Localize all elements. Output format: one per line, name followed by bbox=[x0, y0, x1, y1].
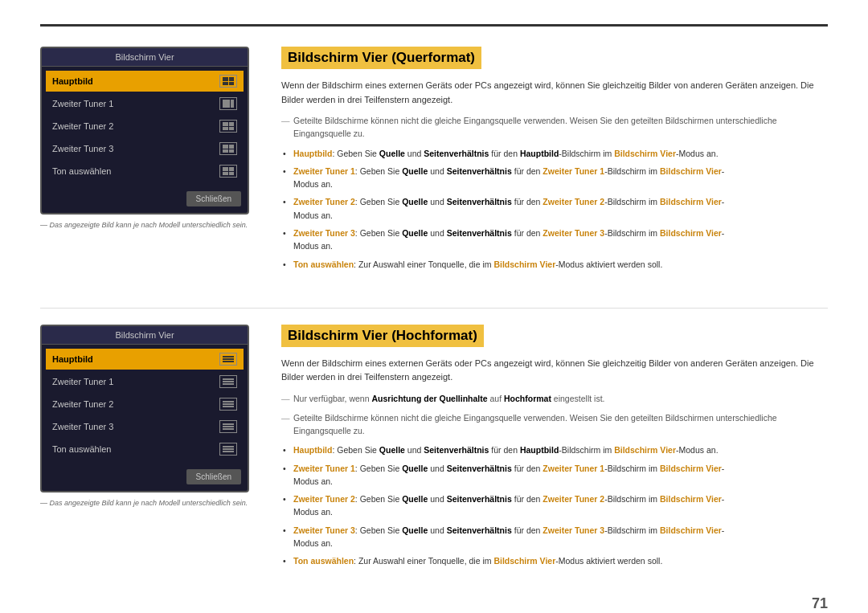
menu-label: Hauptbild bbox=[52, 354, 93, 364]
tv-menu-2: Hauptbild Zweiter Tuner 1 bbox=[42, 345, 248, 465]
term-zt1b: Zweiter Tuner 1 bbox=[542, 166, 604, 176]
note-bold-1: Ausrichtung der Quellinhalte bbox=[371, 394, 487, 403]
menu-label: Zweiter Tuner 2 bbox=[52, 399, 113, 409]
menu-item-tuner1-2[interactable]: Zweiter Tuner 1 bbox=[46, 371, 244, 392]
term-t2: Zweiter Tuner 2 bbox=[293, 197, 355, 206]
menu-icon-4 bbox=[219, 142, 237, 155]
bullet-item: Ton auswählen: Zur Auswahl einer Tonquel… bbox=[281, 258, 828, 271]
close-button-2[interactable]: Schließen bbox=[186, 469, 241, 484]
section1-bullets: Hauptbild: Geben Sie Quelle und Seitenve… bbox=[281, 147, 828, 271]
term-bsv3: Bildschirm Vier bbox=[660, 197, 722, 206]
menu-item-hauptbild-2[interactable]: Hauptbild bbox=[46, 349, 244, 370]
bullet-item: Zweiter Tuner 2: Geben Sie Quelle und Se… bbox=[281, 492, 828, 519]
term-hb2: Hauptbild bbox=[520, 149, 559, 158]
menu-icon-h5 bbox=[219, 443, 237, 456]
menu-label: Zweiter Tuner 2 bbox=[52, 121, 113, 131]
page-container: Bildschirm Vier Hauptbild Zweiter Tuner bbox=[0, 0, 868, 613]
s2-term-bv4: Bildschirm Vier bbox=[660, 525, 722, 535]
section2-bullets: Hauptbild: Geben Sie Quelle und Seitenve… bbox=[281, 443, 828, 567]
menu-item-tuner3-2[interactable]: Zweiter Tuner 3 bbox=[46, 416, 244, 437]
term-quelle: Quelle bbox=[379, 149, 405, 158]
quad-icon-active bbox=[223, 77, 234, 85]
section1-row: Bildschirm Vier Hauptbild Zweiter Tuner bbox=[40, 47, 828, 276]
s2-term-q1: Quelle bbox=[379, 445, 405, 455]
s2-term-q2: Quelle bbox=[402, 464, 428, 473]
tv-panel-2: Bildschirm Vier Hauptbild Zweiter Tuner bbox=[40, 325, 257, 573]
menu-label: Zweiter Tuner 1 bbox=[52, 99, 113, 108]
menu-item-tuner1-1[interactable]: Zweiter Tuner 1 bbox=[46, 93, 244, 114]
term-hauptbild: Hauptbild bbox=[293, 149, 332, 158]
menu-icon-h2 bbox=[219, 375, 237, 388]
term-sv4: Seitenverhältnis bbox=[447, 228, 512, 238]
top-divider bbox=[40, 24, 828, 27]
menu-icon-h4 bbox=[219, 420, 237, 433]
s2-term-bv1: Bildschirm Vier bbox=[614, 445, 676, 455]
s2-term-bv3: Bildschirm Vier bbox=[660, 494, 722, 504]
term-ton: Ton auswählen bbox=[293, 260, 354, 269]
tv-title-1: Bildschirm Vier bbox=[42, 48, 248, 67]
menu-label: Zweiter Tuner 3 bbox=[52, 144, 113, 153]
section1-title: Bildschirm Vier (Querformat) bbox=[281, 47, 481, 69]
menu-icon-h1 bbox=[219, 353, 237, 366]
s2-term-ton: Ton auswählen bbox=[293, 556, 354, 566]
bullet-item: Zweiter Tuner 3: Geben Sie Quelle und Se… bbox=[281, 227, 828, 253]
term-bsv4: Bildschirm Vier bbox=[660, 228, 722, 238]
menu-label: Hauptbild bbox=[52, 76, 93, 86]
s2-term-bv2: Bildschirm Vier bbox=[660, 464, 722, 473]
tv-panel-1: Bildschirm Vier Hauptbild Zweiter Tuner bbox=[40, 47, 257, 276]
s2-term-zt2b: Zweiter Tuner 2 bbox=[542, 494, 604, 504]
menu-item-ton-1[interactable]: Ton auswählen bbox=[46, 161, 244, 182]
s2-term-sv2: Seitenverhältnis bbox=[447, 464, 512, 473]
menu-icon-5 bbox=[219, 165, 237, 178]
menu-item-tuner2-2[interactable]: Zweiter Tuner 2 bbox=[46, 394, 244, 415]
bullet-item: Hauptbild: Geben Sie Quelle und Seitenve… bbox=[281, 147, 828, 160]
bullet-item: Zweiter Tuner 2: Geben Sie Quelle und Se… bbox=[281, 195, 828, 222]
term-t3: Zweiter Tuner 3 bbox=[293, 228, 355, 238]
menu-icon-h3 bbox=[219, 398, 237, 411]
quad-icon-2 bbox=[223, 145, 234, 153]
lines-icon-3 bbox=[223, 423, 234, 430]
note-bold-2: Hochformat bbox=[504, 394, 551, 403]
menu-label: Ton auswählen bbox=[52, 444, 111, 454]
menu-item-hauptbild-1[interactable]: Hauptbild bbox=[46, 71, 244, 92]
term-q3: Quelle bbox=[402, 197, 428, 206]
quad-icon bbox=[223, 122, 234, 130]
section2-row: Bildschirm Vier Hauptbild Zweiter Tuner bbox=[40, 325, 828, 573]
term-t1: Zweiter Tuner 1 bbox=[293, 166, 355, 176]
s2-term-sv4: Seitenverhältnis bbox=[447, 525, 512, 535]
page-number: 71 bbox=[812, 595, 828, 612]
menu-label: Ton auswählen bbox=[52, 166, 111, 176]
menu-label: Zweiter Tuner 3 bbox=[52, 422, 113, 431]
menu-icon-1 bbox=[219, 75, 237, 88]
bullet-item: Zweiter Tuner 1: Geben Sie Quelle und Se… bbox=[281, 165, 828, 191]
s2-term-hb2: Hauptbild bbox=[520, 445, 559, 455]
tv-note-2: — Das angezeigte Bild kann je nach Model… bbox=[40, 499, 248, 507]
term-q4: Quelle bbox=[402, 228, 428, 238]
s2-term-zt1b: Zweiter Tuner 1 bbox=[542, 464, 604, 473]
close-button-1[interactable]: Schließen bbox=[186, 191, 241, 206]
tv-mockup-2: Bildschirm Vier Hauptbild Zweiter Tuner bbox=[40, 325, 249, 492]
lines-icon bbox=[223, 378, 234, 385]
menu-item-tuner3-1[interactable]: Zweiter Tuner 3 bbox=[46, 138, 244, 159]
close-btn-area-2: Schließen bbox=[42, 465, 248, 491]
menu-item-tuner2-1[interactable]: Zweiter Tuner 2 bbox=[46, 116, 244, 137]
s2-term-t1: Zweiter Tuner 1 bbox=[293, 464, 355, 473]
menu-icon-2 bbox=[219, 97, 237, 110]
lines-icon-2 bbox=[223, 401, 234, 407]
s2-term-t3: Zweiter Tuner 3 bbox=[293, 525, 355, 535]
quad-icon-3 bbox=[223, 167, 234, 175]
term-sv2: Seitenverhältnis bbox=[447, 166, 512, 176]
menu-label: Zweiter Tuner 1 bbox=[52, 377, 113, 386]
bullet-item: Hauptbild: Geben Sie Quelle und Seitenve… bbox=[281, 443, 828, 456]
menu-icon-3 bbox=[219, 120, 237, 133]
term-bsv5: Bildschirm Vier bbox=[493, 260, 555, 269]
term-bsv2: Bildschirm Vier bbox=[660, 166, 722, 176]
term-seiten: Seitenverhältnis bbox=[424, 149, 489, 158]
sidebar-icon bbox=[223, 100, 234, 108]
lines-icon-active bbox=[223, 356, 234, 362]
section2-intro: Wenn der Bildschirm eines externen Gerät… bbox=[281, 357, 828, 385]
tv-title-2: Bildschirm Vier bbox=[42, 326, 248, 345]
tv-mockup-1: Bildschirm Vier Hauptbild Zweiter Tuner bbox=[40, 47, 249, 215]
section2-title: Bildschirm Vier (Hochformat) bbox=[281, 325, 484, 347]
menu-item-ton-2[interactable]: Ton auswählen bbox=[46, 439, 244, 460]
